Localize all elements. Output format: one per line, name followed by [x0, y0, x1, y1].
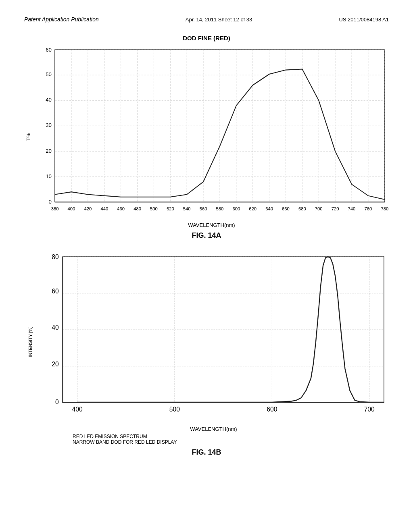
- svg-text:500: 500: [169, 406, 180, 413]
- svg-text:0: 0: [49, 199, 52, 205]
- svg-text:440: 440: [100, 206, 108, 211]
- svg-text:720: 720: [332, 206, 339, 211]
- chart1-container: T%: [24, 46, 389, 228]
- chart2-inner: 0 20 40 60 80 400 500 600 700 WAVE: [38, 252, 389, 432]
- svg-text:40: 40: [46, 97, 52, 103]
- svg-text:600: 600: [267, 406, 277, 413]
- chart2-fig-label: FIG. 14B: [24, 448, 389, 457]
- svg-text:740: 740: [348, 206, 356, 211]
- svg-text:680: 680: [298, 206, 306, 211]
- chart1-fig-label: FIG. 14A: [24, 231, 389, 240]
- svg-text:0: 0: [55, 399, 59, 405]
- svg-text:760: 760: [365, 206, 372, 211]
- svg-text:20: 20: [46, 148, 52, 154]
- svg-text:520: 520: [167, 206, 174, 211]
- svg-text:10: 10: [46, 173, 52, 179]
- page: Patent Application Publication Apr. 14, …: [0, 0, 413, 532]
- svg-text:400: 400: [72, 406, 82, 413]
- svg-text:420: 420: [84, 206, 92, 211]
- chart2-y-label: INTENSITY [%]: [24, 252, 36, 432]
- svg-text:80: 80: [52, 254, 59, 260]
- chart2-svg: 0 20 40 60 80 400 500 600 700: [38, 252, 389, 422]
- svg-text:400: 400: [68, 206, 75, 211]
- svg-text:40: 40: [52, 324, 59, 331]
- svg-text:460: 460: [117, 206, 125, 211]
- svg-text:580: 580: [216, 206, 224, 211]
- chart1-section: DOD FINE (RED) T%: [0, 27, 413, 240]
- svg-text:600: 600: [232, 206, 240, 211]
- header-right: US 2011/0084198 A1: [339, 17, 389, 23]
- chart2-line2: NARROW BAND DOD FOR RED LED DISPLAY: [73, 439, 389, 445]
- svg-text:640: 640: [265, 206, 273, 211]
- chart1-x-label: WAVELENGTH(nm): [34, 222, 389, 228]
- chart1-svg: 0 10 20 30 40 50 60 380 400 420 440 460 …: [34, 46, 389, 218]
- svg-text:60: 60: [52, 288, 59, 295]
- chart1-inner: 0 10 20 30 40 50 60 380 400 420 440 460 …: [34, 46, 389, 228]
- svg-text:60: 60: [46, 47, 52, 53]
- chart2-bottom-labels: RED LED EMISSION SPECTRUM NARROW BAND DO…: [24, 434, 389, 445]
- chart2-section: INTENSITY [%]: [0, 248, 413, 456]
- svg-text:500: 500: [150, 206, 158, 211]
- chart2-line1: RED LED EMISSION SPECTRUM: [73, 434, 389, 439]
- svg-text:50: 50: [46, 71, 52, 77]
- header-center: Apr. 14, 2011 Sheet 12 of 33: [186, 17, 252, 23]
- chart1-y-label: T%: [24, 46, 32, 228]
- page-header: Patent Application Publication Apr. 14, …: [0, 0, 413, 27]
- svg-text:380: 380: [51, 206, 59, 211]
- svg-text:780: 780: [381, 206, 388, 211]
- svg-text:700: 700: [315, 206, 323, 211]
- svg-text:700: 700: [364, 406, 375, 413]
- svg-text:20: 20: [52, 361, 59, 368]
- header-left: Patent Application Publication: [24, 16, 99, 23]
- chart1-title: DOD FINE (RED): [24, 35, 389, 42]
- svg-text:620: 620: [249, 206, 257, 211]
- svg-text:660: 660: [282, 206, 290, 211]
- svg-text:560: 560: [200, 206, 207, 211]
- svg-text:30: 30: [46, 122, 52, 128]
- svg-text:480: 480: [133, 206, 141, 211]
- chart2-x-label: WAVELENGTH(nm): [38, 426, 389, 432]
- svg-text:540: 540: [183, 206, 191, 211]
- chart2-container: INTENSITY [%]: [24, 252, 389, 432]
